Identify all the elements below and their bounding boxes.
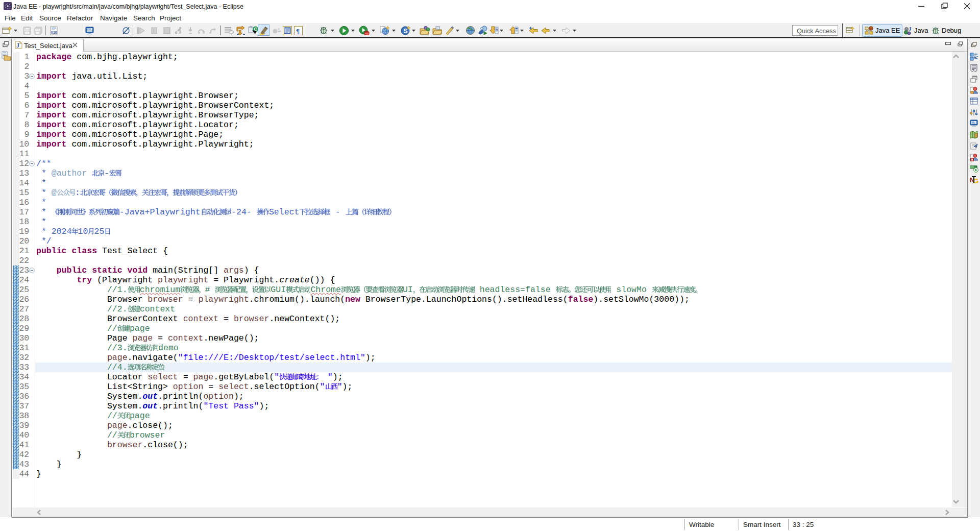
svg-text:J: J [909, 26, 912, 32]
svg-text:J: J [16, 42, 19, 49]
svg-text:¶: ¶ [296, 27, 300, 35]
svg-text:S: S [403, 28, 407, 35]
svg-text:010: 010 [51, 31, 57, 34]
